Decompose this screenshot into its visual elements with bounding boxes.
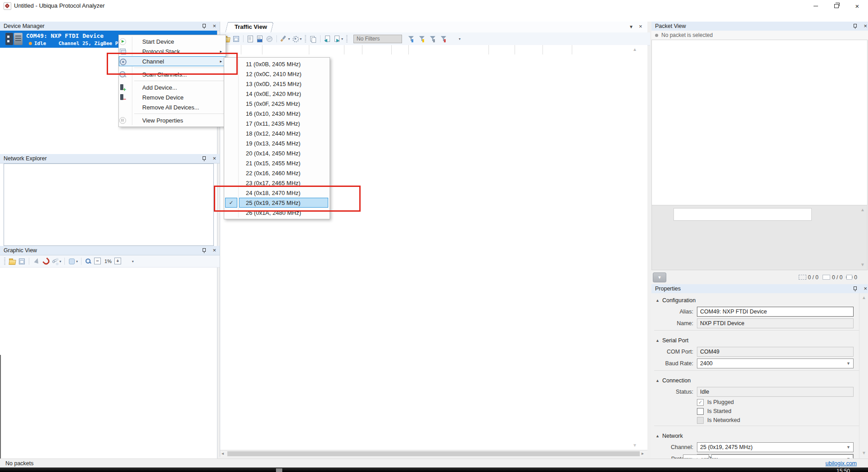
channel-menu-item[interactable]: ✓ 22 (0x16, 2460 MHz) <box>224 168 330 178</box>
toolbar-button[interactable]: ▾ <box>418 35 426 43</box>
toolbar-button[interactable]: ▾ <box>324 35 331 43</box>
context-menu-item[interactable]: Add Device... ▸ <box>119 82 226 92</box>
channel-menu-item[interactable]: ✓ 15 (0x0F, 2425 MHz) <box>224 99 330 109</box>
scroll-right-icon[interactable]: ▸ <box>642 451 644 456</box>
close-icon[interactable]: × <box>863 286 867 291</box>
tab-menu-chevron-icon[interactable]: ▼ <box>629 24 633 29</box>
toolbar-button[interactable]: ▾ <box>407 35 415 43</box>
pin-icon[interactable] <box>853 286 857 291</box>
column-header[interactable] <box>489 45 515 54</box>
column-header[interactable] <box>392 45 409 54</box>
minimize-button[interactable] <box>805 0 826 12</box>
channel-menu-item[interactable]: ✓ 17 (0x11, 2435 MHz) <box>224 118 330 128</box>
toolbar-button[interactable]: ▾ <box>29 258 29 265</box>
toolbar-button[interactable]: ▾ <box>346 35 348 42</box>
vertical-scrollbar[interactable] <box>859 293 868 458</box>
properties-row[interactable]: ▲ Baud Rate: Baud Rate: 2400 ▼ Baud Rate… <box>651 358 868 369</box>
collapse-arrow-icon[interactable]: ▲ <box>656 298 660 303</box>
column-header[interactable] <box>515 45 543 54</box>
context-menu-item[interactable]: ▸ <box>119 112 226 115</box>
context-menu-item[interactable]: View Properties ▸ <box>119 115 226 125</box>
properties-row[interactable]: ▲ Serial Port Serial Port ▼ Serial Port <box>651 336 868 345</box>
scroll-down-icon[interactable]: ▼ <box>862 450 866 455</box>
toolbar-button[interactable]: ▾ <box>42 258 50 265</box>
channel-menu-item[interactable]: ✓ 18 (0x12, 2440 MHz) <box>224 128 330 138</box>
toolbar-button[interactable]: ▾ <box>429 35 437 43</box>
field-input[interactable]: 2400 ▼ <box>697 359 854 368</box>
context-menu-item[interactable]: Start Device ▸ <box>119 36 226 46</box>
properties-row[interactable]: ▲ Network Network ▼ Network <box>651 431 868 441</box>
close-icon[interactable]: × <box>212 248 216 253</box>
toolbar-button[interactable]: ▾ <box>32 258 40 265</box>
properties-row[interactable]: ▲ Is Plugged Is Plugged ▼ Is Plugged <box>697 398 868 406</box>
collapse-arrow-icon[interactable]: ▲ <box>656 338 660 343</box>
toolbar-button[interactable]: ▾ <box>124 258 134 265</box>
column-header[interactable] <box>362 45 392 54</box>
toolbar-button[interactable]: ▾ <box>320 35 321 42</box>
scrollbar-thumb[interactable] <box>227 451 640 456</box>
collapse-arrow-icon[interactable]: ▲ <box>656 434 660 438</box>
toolbar-button[interactable]: ▾ <box>51 258 61 265</box>
channel-menu-item[interactable]: ✓ 11 (0x0B, 2405 MHz) <box>224 59 330 69</box>
ubilogix-link[interactable]: ubilogix.com <box>826 460 857 467</box>
toolbar-button[interactable]: ▾ <box>266 35 273 43</box>
toolbar-button[interactable]: ▾ <box>305 35 306 42</box>
toolbar-button[interactable]: ▾ <box>292 35 302 43</box>
scroll-down-icon[interactable]: ▼ <box>860 262 865 267</box>
column-header[interactable] <box>262 45 309 54</box>
toolbar-button[interactable]: ▾ <box>18 258 26 265</box>
scroll-down-icon[interactable]: ▼ <box>633 443 637 448</box>
scroll-up-icon[interactable]: ▲ <box>633 47 637 52</box>
scroll-up-icon[interactable]: ▲ <box>860 207 865 212</box>
column-header[interactable] <box>241 45 262 54</box>
channel-menu-item[interactable]: ✓ 21 (0x15, 2455 MHz) <box>224 158 330 168</box>
properties-row[interactable]: ▲ Channel: Channel: 25 (0x19, 2475 MHz) … <box>651 442 868 453</box>
tab-close-icon[interactable]: × <box>639 23 642 30</box>
properties-row[interactable]: ▲ COM Port: COM Port: COM49 ▼ COM Port: <box>651 346 868 357</box>
field-input[interactable]: 25 (0x19, 2475 MHz) ▼ <box>697 442 854 452</box>
chevron-down-icon[interactable]: ▼ <box>846 361 850 366</box>
chevron-down-icon[interactable]: ▼ <box>846 445 850 449</box>
properties-row[interactable]: ▲ ▼ <box>654 426 865 430</box>
field-input[interactable]: COM49: NXP FTDI Device ▼ <box>697 307 854 317</box>
column-header[interactable] <box>309 45 344 54</box>
properties-row[interactable]: ▲ ▼ <box>654 330 865 335</box>
toolbar-button[interactable]: ▾ <box>94 258 102 265</box>
toolbar-button[interactable]: ▾ <box>247 35 254 43</box>
properties-row[interactable]: ▲ Name: Name: NXP FTDI Device ▼ Name: <box>651 318 868 329</box>
properties-row[interactable]: ▲ Alias: Alias: COM49: NXP FTDI Device ▼… <box>651 306 868 317</box>
field-input[interactable]: NXP FTDI Device ▼ <box>697 318 854 328</box>
pin-icon[interactable] <box>202 23 206 29</box>
channel-menu-item[interactable]: ✓ 20 (0x14, 2450 MHz) <box>224 148 330 158</box>
close-icon[interactable]: × <box>212 23 216 29</box>
channel-menu-item[interactable]: ✓ 12 (0x0C, 2410 MHz) <box>224 69 330 79</box>
column-header[interactable] <box>409 45 489 54</box>
toolbar-button[interactable]: ▾ <box>280 35 290 43</box>
close-button[interactable]: × <box>847 0 868 12</box>
properties-row[interactable]: ▲ ▼ <box>654 370 865 375</box>
toolbar-button[interactable]: ▾ <box>68 258 78 265</box>
properties-row[interactable]: ▲ Is Networked Is Networked ▼ Is Network… <box>697 416 868 424</box>
properties-row[interactable]: ▲ Connection Connection ▼ Connection <box>651 376 868 386</box>
filter-input[interactable]: No Filters <box>353 35 402 43</box>
toolbar-button[interactable]: ▾ <box>85 258 92 265</box>
channel-menu-item[interactable]: ✓ 16 (0x10, 2430 MHz) <box>224 109 330 118</box>
channel-menu-item[interactable]: ✓ 13 (0x0D, 2415 MHz) <box>224 79 330 89</box>
toolbar-button[interactable]: ▾ <box>81 258 81 265</box>
column-header[interactable] <box>543 45 572 54</box>
checkbox[interactable] <box>697 417 704 424</box>
scroll-left-icon[interactable]: ◂ <box>222 451 224 456</box>
toolbar-button[interactable]: ▾ <box>232 35 240 43</box>
close-icon[interactable]: × <box>863 23 867 29</box>
toolbar-button[interactable]: ▾ <box>333 35 343 43</box>
toolbar-button[interactable]: ▾ <box>256 35 264 43</box>
toolbar-button[interactable]: ▾ <box>64 258 65 265</box>
field-input[interactable]: COM49 ▼ <box>697 347 854 357</box>
restore-button[interactable] <box>826 0 847 12</box>
context-menu-item[interactable]: Remove Device ▸ <box>119 92 226 102</box>
field-input[interactable]: Idle ▼ <box>697 387 854 397</box>
pin-icon[interactable] <box>202 248 206 253</box>
properties-row[interactable]: ▲ Is Started Is Started ▼ Is Started <box>697 407 868 415</box>
toolbar-button[interactable]: ▾ <box>451 35 461 43</box>
scroll-up-icon[interactable]: ▲ <box>862 295 866 300</box>
